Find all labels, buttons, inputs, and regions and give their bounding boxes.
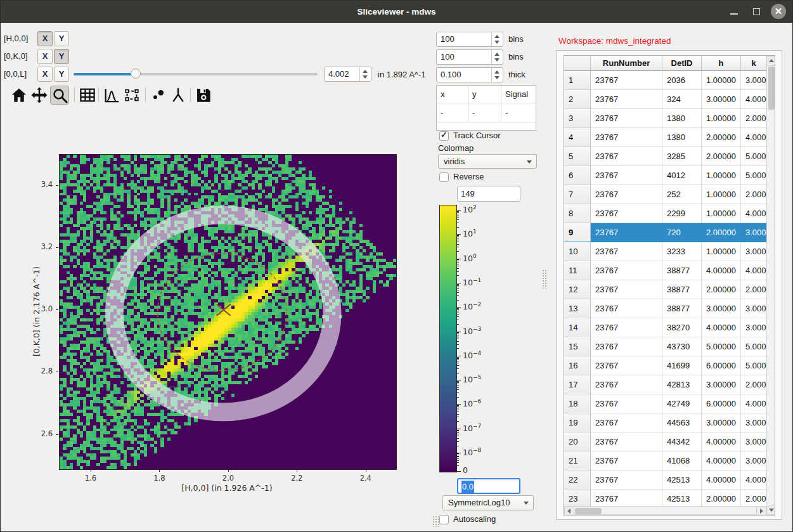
table-row[interactable]: 2123767410684.000003.000 [564,451,767,470]
table-cell[interactable]: 3.00000 [702,90,741,109]
row-number[interactable]: 9 [564,223,591,242]
table-cell[interactable]: 38270 [662,318,702,337]
table-cell[interactable]: 6.00000 [702,356,741,375]
table-cell[interactable]: 3.00000 [702,413,741,432]
table-cell[interactable]: 23767 [591,166,662,185]
vertical-scrollbar[interactable] [766,56,775,515]
horizontal-scroll-thumb[interactable] [575,508,602,514]
table-cell[interactable]: 23767 [591,451,662,470]
row-number[interactable]: 6 [564,166,591,185]
table-cell[interactable]: 42513 [662,470,702,490]
table-cell[interactable]: 3.000 [741,71,767,90]
table-cell[interactable]: 4.000 [741,90,767,109]
table-cell[interactable]: 2.000 [741,375,767,394]
row-number[interactable]: 14 [564,318,591,337]
table-cell[interactable]: 1380 [662,128,702,147]
dim-0k0-y-button[interactable]: Y [54,49,69,64]
table-row[interactable]: 1423767382704.000003.000 [564,318,767,337]
colormap-select[interactable]: viridis [438,154,537,169]
row-number[interactable]: 8 [564,204,591,223]
row-number[interactable]: 4 [564,128,591,147]
table-row[interactable]: 2023767443424.000003.000 [564,432,767,451]
table-row[interactable]: 42376713802.000004.000 [564,128,767,147]
table-row[interactable]: 1623767416996.000005.000 [564,356,767,375]
table-cell[interactable]: 2.00000 [702,147,741,166]
table-cell[interactable]: 3285 [662,147,702,166]
spin-up-icon[interactable] [494,53,500,56]
row-number[interactable]: 12 [564,280,591,299]
table-cell[interactable]: 3.000 [741,451,767,470]
spin-arrows[interactable] [491,32,503,46]
table-cell[interactable]: 2.00000 [702,128,741,147]
slice-plot[interactable] [59,154,397,470]
table-cell[interactable]: 5.000 [741,166,767,185]
table-cell[interactable]: 720 [662,223,702,242]
slice-value-spinbox[interactable]: 4.002 [324,67,371,82]
table-cell[interactable]: 4012 [662,166,702,185]
colorbar-max-input[interactable]: 149 [457,186,520,202]
table-cell[interactable]: 44563 [662,413,702,432]
table-cell[interactable]: 3.000 [741,223,767,242]
table-cell[interactable]: 2.000 [741,280,767,299]
row-number[interactable]: 13 [564,299,591,318]
table-cell[interactable]: 3.000 [741,432,767,451]
table-cell[interactable]: 41699 [662,356,702,375]
scroll-up-button[interactable] [767,56,775,66]
row-number[interactable]: 11 [564,261,591,280]
column-header-runnumber[interactable]: RunNumber [591,56,662,71]
spin-arrows[interactable] [359,67,371,81]
table-cell[interactable]: 1380 [662,109,702,128]
table-row[interactable]: 1123767388774.000004.000 [564,261,767,280]
table-cell[interactable]: 3.00000 [702,299,741,318]
line-plots-button[interactable] [102,86,121,105]
table-cell[interactable]: 23767 [591,128,662,147]
spin-arrows[interactable] [491,68,503,82]
table-cell[interactable]: 252 [662,185,702,204]
table-row[interactable]: 102376732331.000003.000 [564,242,767,261]
row-number[interactable]: 3 [564,109,591,128]
table-cell[interactable]: 23767 [591,204,662,223]
table-cell[interactable]: 6.00000 [702,394,741,413]
table-cell[interactable]: 2036 [662,71,702,90]
table-cell[interactable]: 4.000 [741,261,767,280]
table-cell[interactable]: 4.000 [741,204,767,223]
row-number[interactable]: 5 [564,147,591,166]
scroll-down-button[interactable] [767,505,775,514]
table-cell[interactable]: 23767 [591,318,662,337]
table-row[interactable]: 1823767427496.000004.000 [564,394,767,413]
table-cell[interactable]: 38877 [662,299,702,318]
table-cell[interactable]: 23767 [591,470,662,490]
dim-0k0-x-button[interactable]: X [37,49,53,64]
heatmap-canvas[interactable] [60,155,396,469]
grid-toggle-button[interactable] [78,86,97,105]
table-cell[interactable]: 23767 [591,280,662,299]
table-cell[interactable]: 23767 [591,147,662,166]
dim-h00-y-button[interactable]: Y [54,31,69,46]
table-cell[interactable]: 3.00000 [702,375,741,394]
table-cell[interactable]: 3.000 [741,299,767,318]
table-cell[interactable]: 4.00000 [702,470,741,490]
scroll-right-button[interactable] [756,507,766,516]
table-cell[interactable]: 23767 [591,375,662,394]
table-cell[interactable]: 3233 [662,242,702,261]
table-cell[interactable]: 5.000 [741,337,767,356]
table-cell[interactable]: 1.00000 [702,242,741,261]
table-cell[interactable]: 4.00000 [702,318,741,337]
maximize-button[interactable] [749,4,764,19]
dim-00l-y-button[interactable]: Y [54,67,69,82]
table-cell[interactable]: 23767 [591,261,662,280]
row-number[interactable]: 20 [564,432,591,451]
horizontal-scrollbar[interactable] [564,506,766,515]
table-row[interactable]: 1923767445633.000003.000 [564,413,767,432]
close-button[interactable]: ✕ [771,4,786,19]
table-row[interactable]: 1723767428133.000002.000 [564,375,767,394]
table-cell[interactable]: 4.000 [741,394,767,413]
table-cell[interactable]: 38877 [662,280,702,299]
splitter-handle[interactable] [542,269,546,289]
workspace-table[interactable]: RunNumberDetIDhk 12376720361.000003.0002… [564,55,775,516]
table-cell[interactable]: 2299 [662,204,702,223]
scale-type-select[interactable]: SymmetricLog10 [442,495,534,510]
table-row[interactable]: 82376722991.000004.000 [564,204,767,223]
home-button[interactable] [10,86,29,105]
table-cell[interactable]: 23767 [591,109,662,128]
